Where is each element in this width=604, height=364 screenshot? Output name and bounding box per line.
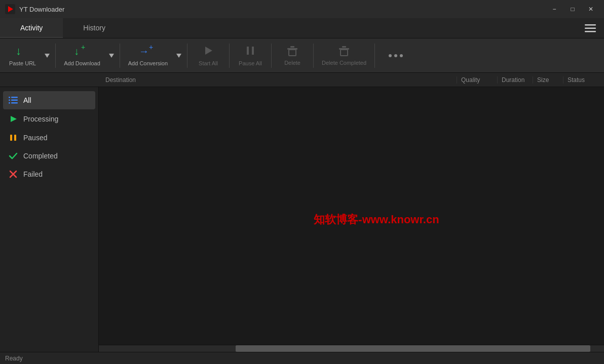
sidebar-item-processing-label: Processing: [23, 115, 58, 123]
add-conversion-button[interactable]: → + Add Conversion: [123, 42, 173, 69]
start-all-button[interactable]: Start All: [191, 42, 226, 69]
add-download-icon: ↓ +: [74, 45, 90, 58]
divider-3: [187, 44, 187, 68]
add-conversion-label: Add Conversion: [128, 60, 168, 66]
hamburger-menu-icon[interactable]: [577, 18, 604, 38]
col-header-quality: Quality: [457, 76, 498, 84]
svg-rect-17: [290, 46, 294, 48]
sidebar-item-completed-label: Completed: [23, 152, 58, 160]
svg-marker-6: [45, 54, 50, 58]
sidebar-item-completed[interactable]: Completed: [0, 147, 98, 165]
col-header-destination: Destination: [101, 76, 457, 84]
delete-completed-button[interactable]: Delete Completed: [317, 42, 371, 69]
sidebar-item-failed[interactable]: Failed: [0, 165, 98, 183]
toolbar: ↓ Paste URL ↓ + Add Download → + Add Con…: [0, 38, 604, 73]
maximize-button[interactable]: □: [564, 4, 581, 14]
list-icon: [8, 97, 18, 104]
svg-marker-13: [205, 47, 212, 55]
sidebar: All Processing Paused: [0, 87, 99, 352]
pause-all-icon: [244, 45, 256, 58]
app-title: YT Downloader: [19, 6, 546, 13]
svg-rect-14: [247, 47, 249, 55]
paste-url-label: Paste URL: [9, 60, 36, 66]
main-area: All Processing Paused: [0, 87, 604, 352]
sidebar-item-failed-label: Failed: [23, 170, 43, 178]
svg-point-28: [9, 97, 10, 98]
paused-icon: [8, 134, 18, 142]
svg-text:→: →: [139, 46, 149, 57]
paste-url-button[interactable]: ↓ Paste URL: [4, 42, 41, 69]
scrollbar-thumb[interactable]: [236, 345, 590, 352]
svg-point-22: [389, 54, 392, 57]
add-download-button[interactable]: ↓ + Add Download: [59, 42, 105, 69]
add-download-dropdown[interactable]: [106, 38, 117, 73]
pause-all-label: Pause All: [239, 60, 262, 66]
svg-marker-9: [109, 54, 114, 58]
sidebar-item-processing[interactable]: Processing: [0, 109, 98, 129]
processing-icon: [8, 114, 18, 124]
svg-rect-26: [11, 100, 18, 101]
svg-text:+: +: [81, 45, 85, 51]
svg-text:↓: ↓: [74, 46, 79, 57]
sidebar-item-all[interactable]: All: [3, 91, 95, 109]
delete-completed-icon: [338, 45, 350, 58]
svg-point-29: [9, 99, 10, 101]
svg-rect-4: [585, 31, 596, 32]
svg-rect-25: [11, 97, 18, 98]
pause-all-button[interactable]: Pause All: [233, 42, 268, 69]
tab-activity[interactable]: Activity: [0, 18, 63, 38]
svg-point-30: [9, 102, 10, 104]
divider-2: [120, 44, 120, 68]
svg-text:+: +: [149, 45, 153, 51]
sidebar-item-all-label: All: [23, 96, 31, 104]
start-all-icon: [202, 45, 214, 58]
paste-url-dropdown[interactable]: [42, 38, 52, 73]
svg-marker-31: [11, 116, 17, 122]
delete-icon: [286, 45, 298, 58]
content-area: 知软博客-www.knowr.cn: [99, 87, 604, 352]
svg-rect-18: [289, 50, 296, 56]
svg-rect-21: [341, 50, 348, 56]
close-button[interactable]: ✕: [583, 4, 599, 14]
svg-marker-12: [176, 54, 181, 58]
svg-rect-33: [14, 135, 16, 141]
delete-completed-label: Delete Completed: [322, 60, 366, 66]
start-all-label: Start All: [199, 60, 218, 66]
svg-point-23: [394, 54, 397, 57]
window-controls: − □ ✕: [546, 4, 599, 14]
svg-rect-20: [342, 46, 346, 48]
status-text: Ready: [5, 355, 23, 362]
delete-button[interactable]: Delete: [275, 42, 310, 69]
column-headers: Destination Quality Duration Size Status: [0, 73, 604, 87]
more-button[interactable]: [378, 48, 413, 64]
delete-label: Delete: [284, 60, 300, 66]
col-header-duration: Duration: [498, 76, 533, 84]
tab-history[interactable]: History: [63, 18, 126, 38]
title-bar: YT Downloader − □ ✕: [0, 0, 604, 18]
add-conversion-icon: → +: [139, 45, 157, 58]
svg-rect-32: [10, 135, 12, 141]
minimize-button[interactable]: −: [546, 4, 562, 14]
divider-4: [229, 44, 230, 68]
scrollbar-track[interactable]: [99, 345, 604, 352]
status-bar: Ready: [0, 352, 604, 364]
divider-6: [313, 44, 314, 68]
sidebar-item-paused-label: Paused: [23, 134, 47, 142]
divider-5: [271, 44, 272, 68]
sidebar-item-paused[interactable]: Paused: [0, 129, 98, 147]
svg-rect-2: [585, 24, 596, 26]
add-download-label: Add Download: [64, 60, 100, 66]
completed-icon: [8, 152, 18, 160]
divider-7: [374, 44, 375, 68]
svg-rect-27: [11, 102, 18, 104]
divider-1: [55, 44, 56, 68]
svg-text:↓: ↓: [16, 45, 21, 57]
svg-rect-15: [252, 47, 254, 55]
tab-bar: Activity History: [0, 18, 604, 38]
add-conversion-dropdown[interactable]: [174, 38, 184, 73]
failed-icon: [8, 170, 18, 178]
paste-url-icon: ↓: [16, 45, 30, 58]
svg-rect-3: [585, 27, 596, 29]
svg-point-24: [400, 54, 403, 57]
col-header-size: Size: [533, 76, 563, 84]
